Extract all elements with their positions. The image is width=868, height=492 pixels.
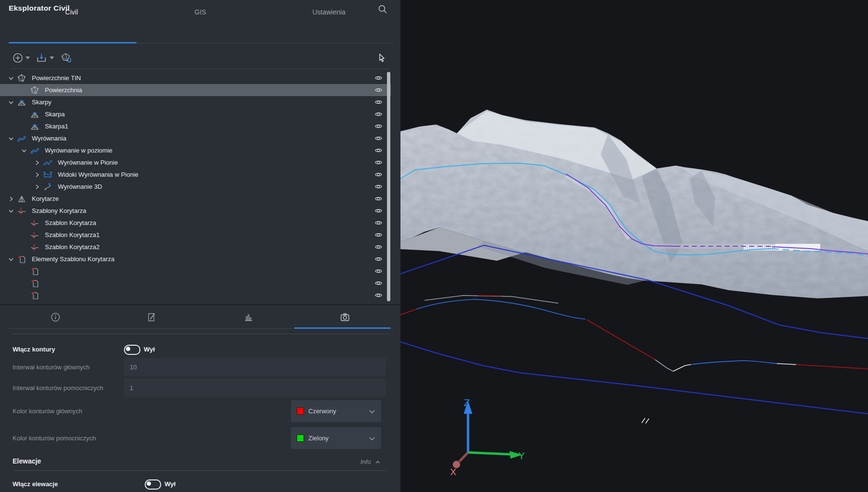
detail-tab-statistics[interactable] <box>200 306 297 328</box>
visibility-eye-icon[interactable] <box>374 110 383 118</box>
major-interval-input[interactable] <box>124 358 386 376</box>
tree-item-icon <box>30 86 39 95</box>
elevations-info-label[interactable]: Info <box>360 458 371 465</box>
tab-ustawienia[interactable]: Ustawienia <box>264 0 393 24</box>
visibility-eye-icon[interactable] <box>374 98 383 106</box>
detail-tab-edit[interactable] <box>104 306 200 328</box>
tree-item-label: Wyrównania <box>32 135 374 142</box>
chevron-down-icon <box>368 407 376 416</box>
visibility-eye-icon[interactable] <box>374 183 383 191</box>
expander-chevron-icon[interactable] <box>34 159 41 166</box>
visibility-eye-icon[interactable] <box>374 267 383 275</box>
elevations-section-title: Elewacje <box>13 457 41 465</box>
expander-chevron-icon[interactable] <box>8 196 14 202</box>
minor-color-dropdown[interactable]: Zielony <box>291 427 381 449</box>
tree-item-icon <box>30 291 39 300</box>
add-button[interactable] <box>12 52 24 64</box>
detail-tabs-border <box>0 304 400 305</box>
elevations-toggle-state: Wył <box>165 480 176 488</box>
visibility-eye-icon[interactable] <box>374 158 383 167</box>
visibility-eye-icon[interactable] <box>374 231 383 239</box>
visibility-eye-icon[interactable] <box>374 243 383 251</box>
visibility-eye-icon[interactable] <box>374 207 383 215</box>
toolbar-divider <box>11 69 389 69</box>
tree-row[interactable]: Widoki Wyrównania w Pionie <box>0 169 391 181</box>
tree-item-icon <box>17 255 26 264</box>
tree-item-label: Szablon Korytarza1 <box>45 231 374 239</box>
tree-row[interactable]: Korytarze <box>0 193 391 205</box>
tree-item-icon <box>17 98 26 107</box>
chevron-down-icon <box>368 434 376 443</box>
import-dropdown-caret[interactable] <box>50 56 54 59</box>
expander-chevron-icon[interactable] <box>34 171 41 178</box>
expander-chevron-icon[interactable] <box>21 147 28 154</box>
tree-item-label: Szablony Korytarza <box>32 207 374 214</box>
tree-row[interactable]: Wyrównanie w Pionie <box>0 156 391 169</box>
tree-row[interactable]: Szablon Korytarza2 <box>0 241 391 253</box>
visibility-eye-icon[interactable] <box>374 291 383 299</box>
detail-tab-info[interactable] <box>7 306 104 328</box>
visibility-eye-icon[interactable] <box>374 279 383 287</box>
visibility-eye-icon[interactable] <box>374 122 383 130</box>
tree-row[interactable]: Skarpa <box>0 108 391 120</box>
expander-chevron-icon[interactable] <box>8 135 14 142</box>
tree-row[interactable]: Powierzchnie TIN <box>0 72 391 84</box>
tree-row[interactable]: Powierzchnia <box>0 84 391 96</box>
visibility-eye-icon[interactable] <box>374 195 383 203</box>
visibility-eye-icon[interactable] <box>374 134 383 142</box>
tree-item-icon <box>30 231 39 239</box>
tree-scrollbar[interactable] <box>387 72 390 301</box>
tree-item-icon <box>30 110 39 119</box>
tree-row[interactable]: Wyrównanie w poziomie <box>0 144 391 156</box>
tree-row[interactable] <box>0 265 391 277</box>
expander-chevron-icon[interactable] <box>8 208 14 214</box>
major-color-label: Kolor konturów głównych <box>13 408 83 415</box>
visibility-eye-icon[interactable] <box>374 146 383 155</box>
minor-interval-label: Interwał konturów pomocniczych <box>13 384 103 392</box>
visibility-eye-icon[interactable] <box>374 219 383 227</box>
tree-row[interactable] <box>0 277 391 289</box>
visibility-eye-icon[interactable] <box>374 255 383 263</box>
expander-chevron-icon[interactable] <box>8 75 14 82</box>
tree-row[interactable]: Elementy Szablonu Korytarza <box>0 253 391 265</box>
tree-row[interactable]: Wyrównanie 3D <box>0 181 391 193</box>
import-button[interactable] <box>36 52 47 64</box>
tree-row[interactable]: Szablon Korytarza1 <box>0 229 391 241</box>
elevations-toggle-label: Włącz elewacje <box>13 480 58 488</box>
minor-color-value: Zielony <box>308 435 368 442</box>
elevations-toggle[interactable] <box>145 479 161 490</box>
tree-row[interactable]: Skarpy <box>0 96 391 108</box>
elevations-divider <box>13 470 386 471</box>
visibility-eye-icon[interactable] <box>374 74 383 82</box>
tree-item-label: Skarpa <box>45 111 374 118</box>
major-color-dropdown[interactable]: Czerwony <box>291 400 381 422</box>
tree-row[interactable]: Wyrównania <box>0 132 391 144</box>
expander-chevron-icon[interactable] <box>8 99 14 106</box>
tree-item-icon <box>17 207 26 215</box>
tree-item-icon <box>30 279 39 288</box>
detail-tab-display[interactable] <box>297 306 393 328</box>
tree-row[interactable] <box>0 289 391 301</box>
tree-row[interactable]: Skarpa1 <box>0 120 391 132</box>
import-surface-button[interactable] <box>61 52 72 64</box>
contours-toggle[interactable] <box>124 345 140 355</box>
expander-chevron-icon[interactable] <box>8 256 14 263</box>
model-viewport[interactable]: Z Y X <box>400 0 868 492</box>
contours-toggle-label: Włącz kontury <box>13 346 55 353</box>
chevron-up-icon[interactable] <box>374 459 381 465</box>
tree-row[interactable]: Szablon Korytarza <box>0 217 391 229</box>
major-color-value: Czerwony <box>308 408 368 415</box>
search-icon[interactable] <box>377 4 388 14</box>
tree-row[interactable]: Szablony Korytarza <box>0 205 391 217</box>
detail-tab-bar <box>0 306 400 328</box>
tree-item-label: Wyrównanie w Pionie <box>58 159 374 166</box>
tree-item-icon <box>30 243 39 252</box>
visibility-eye-icon[interactable] <box>374 86 383 94</box>
add-dropdown-caret[interactable] <box>26 56 30 59</box>
tree-item-label: Szablon Korytarza2 <box>45 243 374 251</box>
visibility-eye-icon[interactable] <box>374 170 383 179</box>
minor-interval-input[interactable] <box>124 379 386 397</box>
expander-chevron-icon[interactable] <box>34 183 41 190</box>
select-cursor-icon[interactable] <box>377 53 387 63</box>
tab-gis[interactable]: GIS <box>136 0 265 24</box>
